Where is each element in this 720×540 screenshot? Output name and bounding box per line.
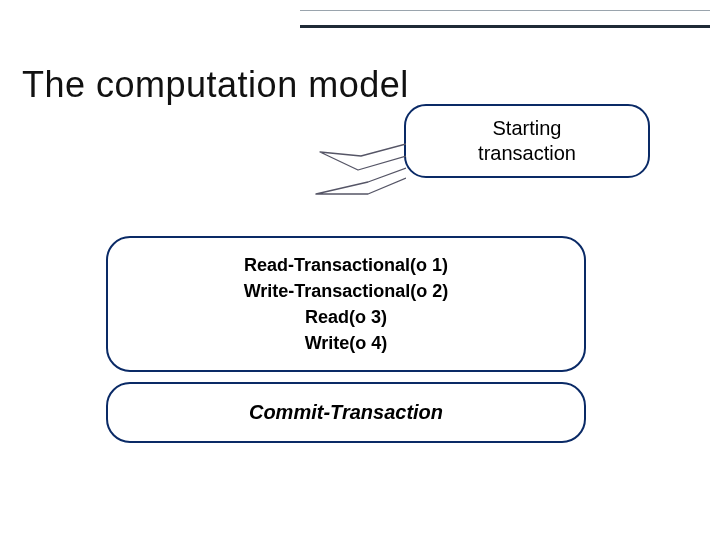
callout-line2: transaction (478, 142, 576, 164)
callout-tail (306, 138, 406, 208)
commit-box: Commit-Transaction (106, 382, 586, 443)
callout-line1: Starting (493, 117, 562, 139)
starting-transaction-callout: Starting transaction (404, 104, 650, 178)
operations-box: Read-Transactional(o 1) Write-Transactio… (106, 236, 586, 372)
slide-title: The computation model (22, 64, 409, 106)
op-line-1: Read-Transactional(o 1) (126, 252, 566, 278)
commit-label: Commit-Transaction (249, 401, 443, 423)
op-line-3: Read(o 3) (126, 304, 566, 330)
op-line-4: Write(o 4) (126, 330, 566, 356)
op-line-2: Write-Transactional(o 2) (126, 278, 566, 304)
header-rule (300, 10, 710, 28)
